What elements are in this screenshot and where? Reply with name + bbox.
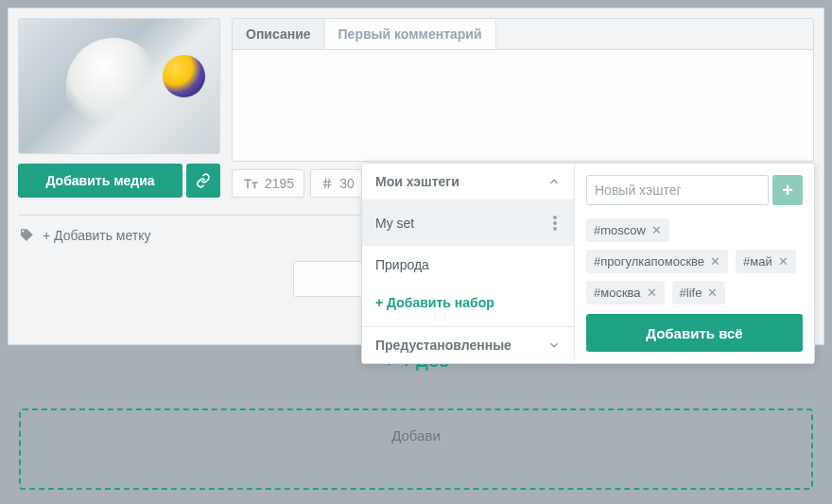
chip-label: #май	[743, 254, 772, 269]
chip-label: #life	[680, 286, 702, 300]
close-icon[interactable]: ✕	[778, 254, 789, 269]
hashtag-chip[interactable]: #прогулкапомоскве✕	[586, 250, 728, 273]
media-buttons-row: Добавить медиа	[18, 164, 220, 198]
add-media-button[interactable]: Добавить медиа	[18, 164, 182, 198]
chevron-down-icon	[547, 339, 561, 352]
add-dropzone-label: Добави	[391, 427, 441, 443]
media-column: Добавить медиа	[18, 18, 220, 198]
close-icon[interactable]: ✕	[647, 286, 657, 300]
tab-description[interactable]: Описание	[233, 19, 325, 49]
attach-link-button[interactable]	[186, 164, 220, 198]
hashtag-popover: Мои хэштеги My set Природа + Добавить на…	[361, 163, 815, 364]
char-count-value: 2195	[265, 176, 294, 191]
set-item-myset[interactable]: My set	[362, 200, 574, 246]
new-hashtag-row: +	[586, 175, 803, 205]
editor-tabs: Описание Первый комментарий	[232, 18, 814, 49]
link-icon	[196, 173, 211, 188]
presets-header[interactable]: Предустановленные	[362, 326, 574, 363]
tab-first-comment[interactable]: Первый комментарий	[325, 19, 496, 49]
add-label-text: + Добавить метку	[43, 228, 150, 243]
media-thumbnail[interactable]	[18, 18, 220, 154]
close-icon[interactable]: ✕	[651, 223, 662, 237]
hashtag-chip[interactable]: #москва✕	[586, 281, 665, 304]
chip-label: #москва	[594, 286, 641, 300]
add-dropzone[interactable]: Добави	[19, 408, 813, 490]
new-hashtag-input[interactable]	[586, 175, 769, 205]
hashtag-chip[interactable]: #life✕	[672, 281, 726, 304]
chip-label: #прогулкапомоскве	[594, 254, 704, 269]
my-hashtags-header[interactable]: Мои хэштеги	[362, 164, 574, 200]
hash-icon	[321, 177, 334, 190]
add-all-button[interactable]: Добавить всё	[586, 314, 803, 352]
presets-title: Предустановленные	[375, 338, 511, 353]
add-set-label: + Добавить набор	[375, 295, 494, 310]
set-item-label: Природа	[375, 257, 429, 272]
my-hashtags-title: Мои хэштеги	[375, 174, 459, 189]
close-icon[interactable]: ✕	[707, 286, 718, 300]
hashtag-chips-column: + #moscow✕ #прогулкапомоскве✕ #май✕ #мос…	[575, 164, 814, 363]
hash-counter: 30	[310, 169, 365, 198]
hash-count-value: 30	[339, 176, 355, 191]
tag-icon	[18, 227, 35, 244]
hashtag-chip[interactable]: #май✕	[736, 250, 796, 273]
set-item-nature[interactable]: Природа	[362, 246, 574, 284]
text-size-icon	[242, 177, 259, 190]
add-set-button[interactable]: + Добавить набор	[362, 284, 574, 322]
hashtag-chips: #moscow✕ #прогулкапомоскве✕ #май✕ #москв…	[586, 218, 803, 304]
dots-icon[interactable]	[549, 212, 561, 235]
set-item-label: My set	[375, 216, 414, 231]
hashtag-sets-column: Мои хэштеги My set Природа + Добавить на…	[362, 164, 575, 363]
char-counter: 2195	[232, 169, 304, 198]
hashtag-chip[interactable]: #moscow✕	[586, 218, 669, 242]
hashtag-sets-list: My set Природа + Добавить набор	[362, 200, 574, 326]
chip-label: #moscow	[594, 223, 646, 237]
chevron-up-icon	[547, 175, 561, 188]
description-textarea[interactable]	[232, 49, 814, 162]
add-hashtag-button[interactable]: +	[772, 175, 803, 205]
close-icon[interactable]: ✕	[710, 254, 720, 269]
